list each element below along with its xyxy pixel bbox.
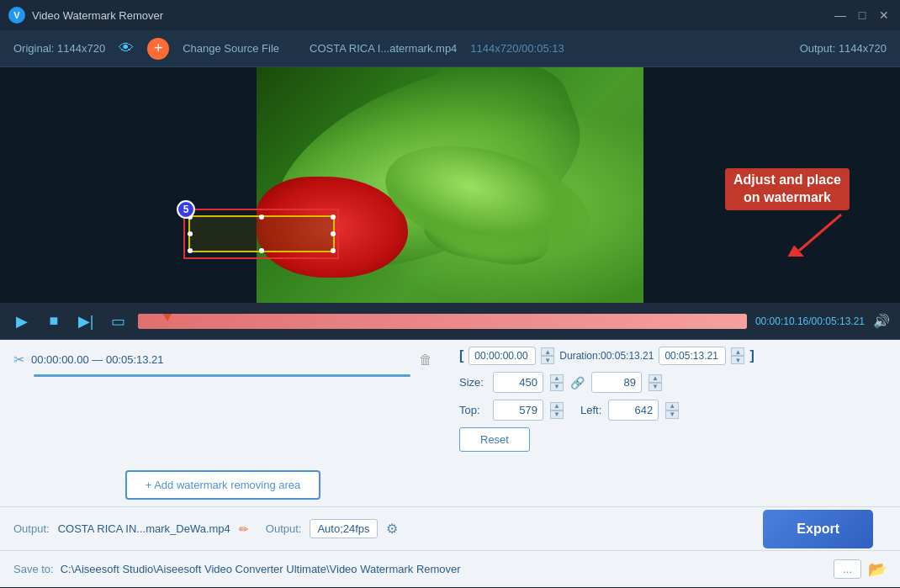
time-range-row: [ ▲ ▼ Duration:00:05:13.21 ▲ ▼ ] [459, 347, 887, 365]
left-panel: ✂ 00:00:00.00 — 00:05:13.21 🗑 + Add wate… [0, 340, 446, 506]
timeline-time-display: 00:00:10.16/00:05:13.21 [755, 315, 865, 327]
handle-bottom-left[interactable] [188, 248, 193, 253]
top-input[interactable] [493, 400, 543, 421]
handle-mid-right[interactable] [331, 231, 336, 236]
main-content: ✂ 00:00:00.00 — 00:05:13.21 🗑 + Add wate… [0, 340, 900, 506]
duration-label: Duration:00:05:13.21 [559, 350, 654, 362]
size-label: Size: [459, 376, 486, 389]
annotation-text: Adjust and place on watermark [725, 168, 850, 210]
watermark-selection-box[interactable] [183, 209, 339, 259]
output-filename: COSTA RICA IN...mark_DeWa.mp4 [58, 522, 230, 535]
timeline-progress [138, 314, 747, 329]
end-time-spinner: ▲ ▼ [731, 347, 744, 364]
save-to-row: Save to: C:\Aiseesoft Studio\Aiseesoft V… [0, 550, 900, 587]
end-time-input[interactable] [659, 347, 726, 365]
handle-bottom-center[interactable] [259, 248, 264, 253]
toolbar: Original: 1144x720 👁 + Change Source Fil… [0, 30, 900, 67]
width-up[interactable]: ▲ [550, 374, 564, 383]
height-spinner: ▲ ▼ [649, 374, 662, 391]
save-path: C:\Aiseesoft Studio\Aiseesoft Video Conv… [61, 563, 827, 575]
svg-line-1 [799, 215, 841, 251]
step-forward-button[interactable]: ▶| [74, 310, 98, 333]
annotation-arrow-icon [782, 210, 850, 257]
left-down[interactable]: ▼ [665, 411, 679, 419]
stop-button[interactable]: ■ [42, 310, 66, 333]
left-input[interactable] [608, 400, 659, 421]
handle-mid-left[interactable] [188, 231, 193, 236]
reset-row: Reset [459, 427, 887, 452]
left-up[interactable]: ▲ [665, 402, 679, 411]
save-to-label: Save to: [13, 563, 54, 575]
size-row: Size: ▲ ▼ 🔗 ▲ ▼ [459, 372, 887, 393]
width-input[interactable] [493, 372, 543, 393]
add-watermark-area-button[interactable]: + Add watermark removing area [125, 470, 321, 500]
timeline-thumb[interactable] [161, 314, 173, 321]
app-title: Video Watermark Remover [32, 9, 826, 22]
top-spinner: ▲ ▼ [550, 402, 564, 419]
browse-button[interactable]: ... [834, 559, 861, 579]
add-source-button[interactable]: + [147, 38, 169, 60]
clip-time-range: 00:00:00.00 — 00:05:13.21 [31, 353, 412, 366]
height-up[interactable]: ▲ [649, 374, 662, 383]
height-input[interactable] [591, 372, 642, 393]
close-button[interactable]: ✕ [876, 8, 892, 23]
reset-button[interactable]: Reset [459, 427, 530, 452]
clip-button[interactable]: ▭ [106, 310, 130, 333]
watermark-inner-selection[interactable] [188, 215, 335, 252]
start-time-up[interactable]: ▲ [541, 347, 554, 356]
bracket-close: ] [749, 348, 754, 363]
window-controls: ― □ ✕ [833, 8, 892, 23]
maximize-button[interactable]: □ [855, 8, 870, 23]
open-folder-icon[interactable]: 📂 [868, 560, 887, 579]
start-time-input[interactable] [469, 347, 536, 365]
add-area-container: + Add watermark removing area [13, 470, 432, 500]
height-down[interactable]: ▼ [649, 383, 662, 391]
video-frame [257, 67, 643, 303]
app-logo: V [8, 7, 25, 24]
width-down[interactable]: ▼ [550, 383, 564, 391]
width-spinner: ▲ ▼ [550, 374, 564, 391]
clip-delete-button[interactable]: 🗑 [419, 352, 432, 368]
eye-icon[interactable]: 👁 [119, 40, 134, 57]
file-info: 1144x720/00:05:13 [470, 42, 564, 55]
timeline-bar[interactable] [138, 314, 747, 329]
volume-icon[interactable]: 🔊 [873, 313, 890, 329]
minimize-button[interactable]: ― [833, 8, 848, 23]
timeline-area: ▶ ■ ▶| ▭ 00:00:10.16/00:05:13.21 🔊 [0, 303, 900, 340]
top-down[interactable]: ▼ [550, 411, 564, 419]
handle-top-right[interactable] [331, 215, 336, 220]
start-time-down[interactable]: ▼ [541, 356, 554, 364]
link-icon[interactable]: 🔗 [570, 376, 585, 389]
output2-label: Output: [266, 522, 302, 535]
clip-icon: ✂ [13, 352, 24, 368]
clip-progress-bar [34, 374, 410, 377]
end-time-up[interactable]: ▲ [731, 347, 744, 356]
export-button[interactable]: Export [763, 510, 873, 548]
left-label: Left: [580, 404, 601, 416]
right-panel: [ ▲ ▼ Duration:00:05:13.21 ▲ ▼ ] Size: ▲… [446, 340, 900, 506]
handle-bottom-right[interactable] [331, 248, 336, 253]
handle-top-center[interactable] [259, 215, 264, 220]
top-up[interactable]: ▲ [550, 402, 564, 411]
selection-badge: 5 [177, 200, 195, 219]
settings-icon[interactable]: ⚙ [386, 521, 398, 537]
bracket-open: [ [459, 348, 463, 363]
video-left-padding [0, 67, 257, 303]
title-bar: V Video Watermark Remover ― □ ✕ [0, 0, 900, 30]
source-filename: COSTA RICA I...atermark.mp4 [310, 42, 457, 55]
start-time-spinner: ▲ ▼ [541, 347, 554, 364]
annotation-callout: Adjust and place on watermark [725, 168, 850, 257]
video-preview: Adjust and place on watermark 5 [0, 67, 900, 303]
play-button[interactable]: ▶ [10, 310, 34, 333]
top-label: Top: [459, 404, 486, 416]
edit-filename-icon[interactable]: ✏ [239, 522, 249, 536]
video-background [257, 67, 643, 303]
position-row: Top: ▲ ▼ Left: ▲ ▼ [459, 400, 887, 421]
clip-row: ✂ 00:00:00.00 — 00:05:13.21 🗑 [13, 347, 432, 373]
format-select[interactable]: Auto;24fps [310, 519, 377, 538]
output-label: Output: [13, 522, 50, 535]
change-source-button[interactable]: Change Source File [183, 42, 279, 55]
footer-output-row: Output: COSTA RICA IN...mark_DeWa.mp4 ✏ … [0, 506, 900, 550]
end-time-down[interactable]: ▼ [731, 356, 744, 364]
original-resolution: Original: 1144x720 [13, 42, 105, 55]
